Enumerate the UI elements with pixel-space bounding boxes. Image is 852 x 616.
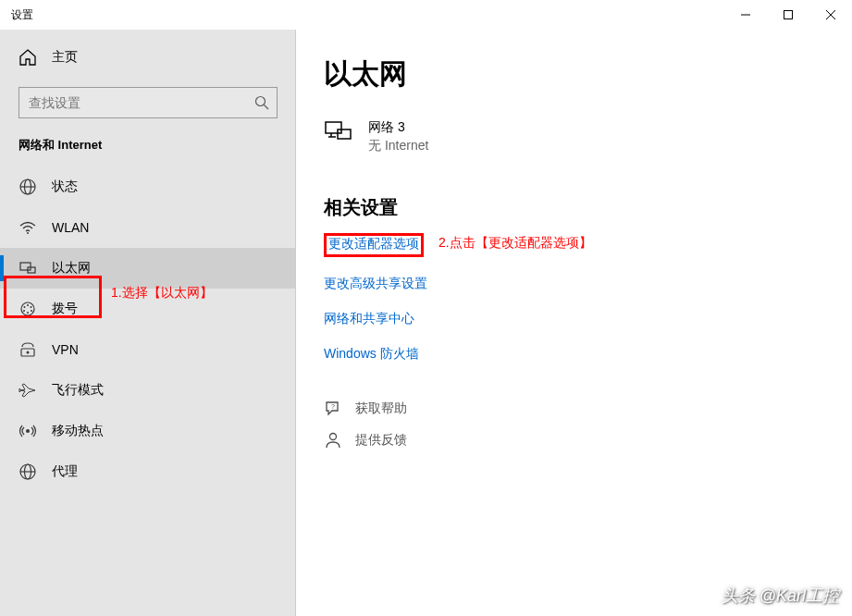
nav-label: 以太网 [52, 260, 91, 277]
help-icon: ? [324, 400, 342, 418]
link-firewall[interactable]: Windows 防火墙 [324, 346, 824, 363]
globe-icon [19, 178, 37, 196]
ethernet-icon [19, 259, 37, 277]
home-button[interactable]: 主页 [0, 41, 296, 74]
annotation-box-2: 更改适配器选项 [324, 233, 424, 257]
dialup-icon [19, 300, 37, 318]
search-icon [254, 95, 269, 110]
nav-item-dialup[interactable]: 拨号 [0, 289, 296, 329]
svg-point-20 [27, 351, 30, 354]
titlebar: 设置 [0, 0, 852, 30]
feedback-icon [324, 431, 342, 450]
nav-label: 代理 [52, 463, 78, 480]
network-name: 网络 3 [368, 119, 428, 136]
nav-item-ethernet[interactable]: 以太网 [0, 248, 296, 289]
nav-label: VPN [52, 342, 79, 357]
svg-point-14 [31, 306, 32, 308]
minimize-button[interactable] [724, 0, 767, 30]
svg-point-18 [27, 312, 29, 314]
nav-item-airplane[interactable]: 飞行模式 [0, 370, 296, 411]
search-input[interactable] [29, 95, 254, 110]
category-title: 网络和 Internet [0, 137, 296, 166]
network-status: 无 Internet [368, 138, 428, 154]
help-label: 获取帮助 [355, 400, 407, 417]
svg-rect-10 [20, 263, 31, 270]
home-label: 主页 [52, 49, 78, 66]
svg-rect-1 [784, 11, 793, 19]
nav-item-hotspot[interactable]: 移动热点 [0, 411, 296, 451]
nav-label: 飞行模式 [52, 382, 104, 399]
link-sharing-settings[interactable]: 更改高级共享设置 [324, 276, 824, 292]
get-help-link[interactable]: ? 获取帮助 [324, 400, 824, 418]
link-network-center[interactable]: 网络和共享中心 [324, 311, 824, 327]
nav-item-vpn[interactable]: VPN [0, 329, 296, 370]
svg-point-17 [23, 310, 25, 312]
nav-item-proxy[interactable]: 代理 [0, 451, 296, 492]
network-info: 网络 3 无 Internet [368, 119, 428, 154]
close-button[interactable] [809, 0, 852, 30]
window-controls [724, 0, 852, 30]
nav-label: WLAN [52, 220, 89, 235]
svg-line-5 [265, 105, 269, 110]
nav-label: 拨号 [52, 301, 78, 317]
svg-text:?: ? [331, 403, 335, 410]
link-adapter-options[interactable]: 更改适配器选项 [324, 233, 824, 257]
maximize-button[interactable] [767, 0, 809, 30]
vpn-icon [19, 340, 37, 359]
maximize-icon [784, 10, 793, 19]
related-settings-title: 相关设置 [324, 195, 824, 220]
svg-point-4 [256, 97, 265, 106]
hotspot-icon [19, 422, 37, 440]
svg-rect-25 [326, 122, 341, 133]
nav-list: 状态 WLAN 以太网 拨号 VPN 飞行模式 [0, 166, 296, 492]
sidebar: 主页 网络和 Internet 状态 WLAN 以太网 拨号 [0, 30, 296, 616]
page-title: 以太网 [324, 55, 824, 93]
nav-item-wlan[interactable]: WLAN [0, 207, 296, 248]
airplane-icon [19, 381, 37, 400]
wifi-icon [19, 218, 37, 237]
nav-label: 状态 [52, 179, 78, 195]
search-box[interactable] [19, 87, 278, 118]
main-content: 以太网 网络 3 无 Internet 相关设置 更改适配器选项 2.点击【更改… [296, 30, 852, 616]
svg-point-21 [26, 429, 30, 433]
home-icon [19, 48, 37, 67]
nav-item-status[interactable]: 状态 [0, 166, 296, 207]
svg-point-15 [31, 310, 32, 312]
svg-point-16 [24, 306, 26, 308]
svg-point-30 [330, 434, 337, 440]
svg-point-13 [27, 304, 29, 306]
minimize-icon [741, 10, 750, 19]
close-icon [826, 10, 835, 19]
svg-point-9 [27, 232, 29, 234]
proxy-icon [19, 462, 37, 481]
network-item[interactable]: 网络 3 无 Internet [324, 119, 824, 154]
feedback-link[interactable]: 提供反馈 [324, 431, 824, 450]
svg-rect-26 [338, 129, 351, 139]
feedback-label: 提供反馈 [355, 432, 407, 449]
ethernet-network-icon [324, 119, 353, 145]
window-title: 设置 [11, 7, 33, 23]
nav-label: 移动热点 [52, 423, 104, 439]
